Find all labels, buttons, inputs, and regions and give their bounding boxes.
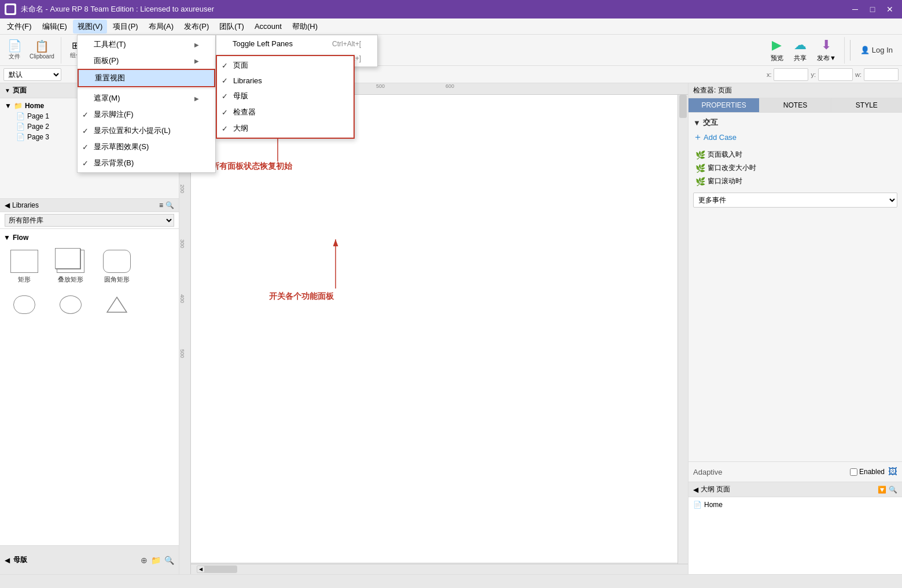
x-input[interactable] [774,68,808,81]
menu-help[interactable]: 帮助(H) [288,20,322,34]
title-bar: 未命名 - Axure RP 8 Team Edition : Licensed… [0,0,902,19]
flow-title: Flow [13,234,28,242]
lib-item-rounded[interactable]: 圆角矩形 [96,247,138,286]
menu-layout[interactable]: 布局(A) [144,20,178,34]
check-bg: ✓ [82,159,89,168]
masters-folder-icon[interactable]: 📁 [151,556,161,565]
y-input[interactable] [818,68,853,81]
chevron-down-icon: ▼ [693,119,701,127]
adaptive-settings-icon[interactable]: 🖼 [888,467,897,477]
page-icon-2: 📄 [16,123,25,131]
menu-team[interactable]: 团队(T) [215,20,249,34]
pages-toggle[interactable]: ▼ [5,87,10,94]
canvas-inner[interactable] [191,95,688,563]
show-size-hint-item[interactable]: ✓ 显示位置和大小提示(L) [78,123,215,139]
outline-header: ◀ 大纲 页面 🔽 🔍 [689,482,902,497]
add-case-link[interactable]: ＋ Add Case [693,131,897,143]
menu-edit[interactable]: 编辑(E) [38,20,72,34]
flow-collapse-icon: ▼ [3,234,10,242]
show-footnote-item[interactable]: ✓ 显示脚注(F) [78,106,215,123]
toolbar-label: 工具栏(T) [94,39,126,50]
clipboard-button[interactable]: 📋 Clipboard [27,38,57,62]
share-button[interactable]: ☁ 共享 [789,36,811,64]
libraries-filter-select[interactable]: 所有部件库 [5,214,174,227]
show-sketch-label: 显示草图效果(S) [94,142,149,152]
mask-menu-item[interactable]: 遮罩(M) [78,90,215,106]
libraries-header-right: ≡ 🔍 [159,201,174,209]
canvas-scrollbar-h[interactable]: ◀ [191,564,688,574]
panel-inspector-item[interactable]: ✓ 检查器 [217,104,354,120]
event-scroll[interactable]: 🌿 窗口滚动时 [693,175,897,188]
libraries-panel: ◀ Libraries ≡ 🔍 所有部件库 ▼ Flow [0,199,179,545]
small1-icon [13,295,35,314]
menu-publish[interactable]: 发布(P) [179,20,213,34]
lib-item-small2[interactable] [50,293,91,319]
lib-item-small1[interactable] [3,293,45,319]
panel-outline-item[interactable]: ✓ 大纲 [217,120,354,136]
event-label-3: 窗口滚动时 [708,176,742,186]
right-panel: 检查器: 页面 PROPERTIES NOTES STYLE ▼ 交互 ＋ Ad… [688,83,902,574]
close-button[interactable]: ✕ [882,3,897,16]
flow-section-title[interactable]: ▼ Flow [2,231,176,244]
preview-icon: ▶ [772,38,782,53]
panel-libraries-item[interactable]: ✓ Libraries [217,73,354,88]
outline-content: 📄 Home [689,497,902,574]
action-toolbar-group: ▶ 预览 ☁ 共享 ⬇ 发布▼ [766,37,845,64]
login-button[interactable]: 👤 Log In [855,43,899,57]
masters-search-icon[interactable]: 🔍 [164,556,174,565]
outline-filter-icon[interactable]: 🔽 [878,486,886,494]
panel-page-label: 页面 [233,60,248,71]
lib-item-triangle[interactable] [96,293,138,319]
canvas-area[interactable]: 400 500 600 100 200 300 400 500 ◀ 所有面板状态… [179,83,688,574]
triangle-icon [106,295,128,314]
reset-view-menu-item[interactable]: 重置视图 [78,69,215,87]
maximize-button[interactable]: □ [865,3,880,16]
adaptive-checkbox[interactable] [850,468,857,476]
libraries-menu-icon[interactable]: ≡ [159,201,163,209]
canvas-scrollbar-v[interactable] [678,95,688,564]
event-page-load[interactable]: 🌿 页面载入时 [693,148,897,161]
masters-add-icon[interactable]: ⊕ [141,556,148,565]
menu-project[interactable]: 项目(P) [108,20,142,34]
menu-file[interactable]: 文件(F) [2,20,36,34]
scrollbar-h-thumb[interactable] [203,565,237,573]
inspector-title: 检查器: 页面 [693,86,732,94]
w-input[interactable] [864,68,899,81]
outline-home-label: Home [704,501,723,509]
minimize-button[interactable]: ─ [848,3,863,16]
show-sketch-item[interactable]: ✓ 显示草图效果(S) [78,139,215,155]
outline-search-icon[interactable]: 🔍 [889,486,897,494]
adaptive-enabled-label[interactable]: Enabled [850,468,885,476]
toggle-left-panes-item[interactable]: Toggle Left Panes Ctrl+Alt+[ [216,36,377,51]
publish-button[interactable]: ⬇ 发布▼ [812,36,841,64]
show-bg-item[interactable]: ✓ 显示背景(B) [78,155,215,171]
adaptive-label: Adaptive [693,468,723,476]
more-events-select[interactable]: 更多事件 [693,193,897,208]
menu-view[interactable]: 视图(V) [73,20,107,34]
panel-masters-label: 母版 [233,91,248,101]
preview-button[interactable]: ▶ 预览 [766,36,788,64]
panel-masters-item[interactable]: ✓ 母版 [217,88,354,104]
file-button[interactable]: 📄 文件 [3,38,25,62]
lib-item-rect[interactable]: 矩形 [3,247,45,286]
outline-item-home[interactable]: 📄 Home [693,500,897,510]
lib-item-stacked[interactable]: 叠放矩形 [50,247,91,286]
check-inspector: ✓ [222,108,228,117]
view-submenu-panels: ✓ 页面 ✓ Libraries ✓ 母版 ✓ 检查器 ✓ 大纲 [216,55,355,139]
scrollbar-v-thumb[interactable] [679,95,687,118]
libraries-search-icon[interactable]: 🔍 [165,201,174,209]
panel-page-item[interactable]: ✓ 页面 [217,57,354,73]
masters-label: 母版 [13,555,27,565]
panels-menu-item[interactable]: 面板(P) [78,53,215,69]
menu-account[interactable]: Account [250,20,286,32]
tab-properties[interactable]: PROPERTIES [689,98,760,112]
y-label: y: [811,71,816,78]
app-icon [5,3,16,15]
tab-notes[interactable]: NOTES [760,98,831,112]
check-outline: ✓ [222,124,228,133]
tab-style[interactable]: STYLE [831,98,902,112]
event-resize[interactable]: 🌿 窗口改变大小时 [693,161,897,175]
toolbar-menu-item[interactable]: 工具栏(T) [78,36,215,53]
event-label-2: 窗口改变大小时 [708,163,756,173]
style-select[interactable]: 默认 [3,68,61,81]
